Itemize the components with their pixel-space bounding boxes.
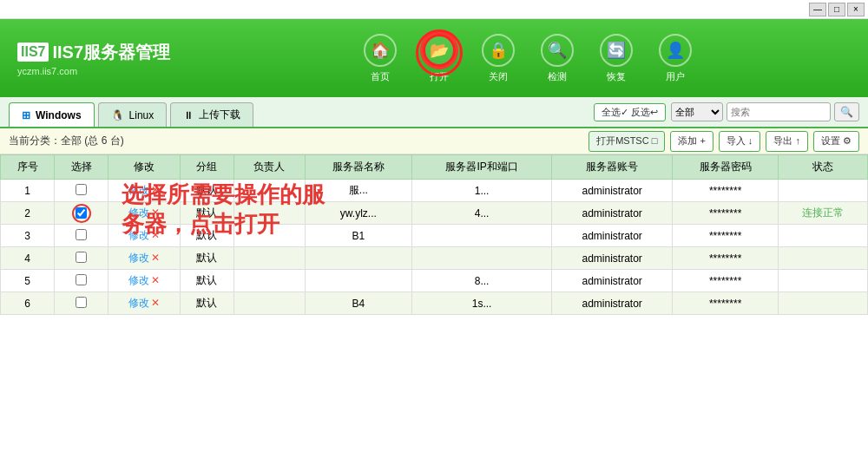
col-name: 服务器名称 bbox=[306, 155, 412, 180]
cell-group: 默认 bbox=[180, 292, 233, 315]
cell-checkbox[interactable] bbox=[55, 180, 108, 202]
modify-link[interactable]: 修改 bbox=[128, 206, 149, 219]
add-btn[interactable]: 添加 + bbox=[670, 131, 713, 152]
row-checkbox[interactable] bbox=[76, 297, 87, 308]
iis-logo-text: IIS7 bbox=[17, 43, 49, 62]
cell-modify[interactable]: 修改✕ bbox=[108, 202, 180, 225]
close-btn[interactable]: × bbox=[847, 3, 865, 16]
open-mstsc-btn[interactable]: 打开MSTSC □ bbox=[589, 131, 665, 152]
cell-modify[interactable]: 修改✕ bbox=[108, 247, 180, 270]
table-header-row: 序号 选择 修改 分组 负责人 服务器名称 服务器IP和端口 服务器账号 服务器… bbox=[1, 155, 868, 180]
modify-link[interactable]: 修改 bbox=[128, 252, 149, 264]
cell-server-name: 服... bbox=[306, 180, 412, 202]
row-checkbox[interactable] bbox=[76, 207, 87, 219]
cell-ip: 8... bbox=[411, 270, 552, 292]
table-row: 5修改✕默认8...administrator******** bbox=[1, 270, 868, 292]
cell-server-name: B4 bbox=[306, 292, 412, 315]
maximize-btn[interactable]: □ bbox=[828, 3, 845, 16]
cell-modify[interactable]: 修改✕ bbox=[108, 225, 180, 247]
cell-modify[interactable]: 修改✕ bbox=[108, 292, 180, 315]
cell-modify[interactable]: 修改✕ bbox=[108, 180, 180, 202]
servers-table: 序号 选择 修改 分组 负责人 服务器名称 服务器IP和端口 服务器账号 服务器… bbox=[0, 154, 868, 315]
modify-link[interactable]: 修改 bbox=[128, 184, 149, 196]
toolbar: 当前分类：全部 (总 6 台) 打开MSTSC □ 添加 + 导入 ↓ 导出 ↑… bbox=[0, 128, 868, 154]
header: IIS7 IIS7服务器管理 yczm.iis7.com 🏠 首页 📂 打开 🔒… bbox=[0, 19, 868, 97]
cell-account: administrator bbox=[552, 180, 672, 202]
col-select: 选择 bbox=[55, 155, 108, 180]
settings-btn[interactable]: 设置 ⚙ bbox=[813, 131, 859, 152]
nav-detect[interactable]: 🔍 检测 bbox=[541, 34, 574, 83]
select-all-btn[interactable]: 全选✓ 反选↩ bbox=[594, 103, 666, 121]
cell-group: 默认 bbox=[180, 247, 233, 270]
tab-windows[interactable]: ⊞ Windows bbox=[9, 102, 95, 127]
cell-account: administrator bbox=[552, 225, 672, 247]
modify-link[interactable]: 修改 bbox=[128, 297, 149, 309]
nav-home[interactable]: 🏠 首页 bbox=[364, 34, 397, 83]
tab-windows-label: Windows bbox=[36, 109, 82, 121]
col-modify: 修改 bbox=[108, 155, 180, 180]
search-button[interactable]: 🔍 bbox=[834, 102, 859, 121]
nav-close[interactable]: 🔒 关闭 bbox=[482, 34, 515, 83]
row-checkbox[interactable] bbox=[76, 274, 87, 285]
tab-linux[interactable]: 🐧 Linux bbox=[98, 102, 168, 127]
nav-close-label: 关闭 bbox=[489, 70, 508, 83]
col-status: 状态 bbox=[779, 155, 868, 180]
windows-icon: ⊞ bbox=[22, 109, 30, 121]
open-icon: 📂 bbox=[423, 34, 456, 67]
col-group: 分组 bbox=[180, 155, 233, 180]
minimize-btn[interactable]: — bbox=[809, 3, 826, 16]
logo-subtitle: yczm.iis7.com bbox=[17, 66, 170, 76]
row-checkbox[interactable] bbox=[76, 252, 87, 263]
modify-link[interactable]: 修改 bbox=[128, 229, 149, 241]
delete-link[interactable]: ✕ bbox=[151, 297, 160, 309]
title-bar: — □ × bbox=[0, 0, 868, 19]
cell-status bbox=[779, 247, 868, 270]
cell-modify[interactable]: 修改✕ bbox=[108, 270, 180, 292]
cell-password: ******** bbox=[672, 247, 779, 270]
cell-group: 默认 bbox=[180, 225, 233, 247]
delete-link[interactable]: ✕ bbox=[151, 252, 160, 264]
nav-user[interactable]: 👤 用户 bbox=[659, 34, 692, 83]
delete-link[interactable]: ✕ bbox=[151, 184, 160, 196]
cell-password: ******** bbox=[672, 202, 779, 225]
table-container: 序号 选择 修改 分组 负责人 服务器名称 服务器IP和端口 服务器账号 服务器… bbox=[0, 154, 868, 452]
col-account: 服务器账号 bbox=[552, 155, 672, 180]
cell-status bbox=[779, 180, 868, 202]
cell-server-name: yw.ylz... bbox=[306, 202, 412, 225]
col-id: 序号 bbox=[1, 155, 55, 180]
search-input[interactable] bbox=[727, 102, 831, 121]
export-btn[interactable]: 导出 ↑ bbox=[766, 131, 808, 152]
nav-restore-label: 恢复 bbox=[607, 70, 626, 83]
cell-status bbox=[779, 292, 868, 315]
delete-link[interactable]: ✕ bbox=[151, 206, 160, 219]
search-category-select[interactable]: 全部 bbox=[671, 102, 723, 121]
table-row: 6修改✕默认B41s...administrator******** bbox=[1, 292, 868, 315]
cell-server-name bbox=[306, 247, 412, 270]
nav-open[interactable]: 📂 打开 bbox=[423, 34, 456, 83]
tab-upload-label: 上传下载 bbox=[199, 108, 240, 122]
cell-ip bbox=[411, 225, 552, 247]
cell-ip: 4... bbox=[411, 202, 552, 225]
tab-upload[interactable]: ⏸ 上传下载 bbox=[170, 102, 253, 127]
import-btn[interactable]: 导入 ↓ bbox=[719, 131, 761, 152]
row-checkbox[interactable] bbox=[76, 229, 87, 240]
cell-checkbox[interactable] bbox=[55, 247, 108, 270]
cell-ip: 1... bbox=[411, 180, 552, 202]
table-row: 2修改✕默认yw.ylz...4...administrator********… bbox=[1, 202, 868, 225]
cell-checkbox[interactable] bbox=[55, 270, 108, 292]
cell-checkbox[interactable] bbox=[55, 225, 108, 247]
window-controls[interactable]: — □ × bbox=[809, 3, 865, 16]
cell-id: 4 bbox=[1, 247, 55, 270]
modify-link[interactable]: 修改 bbox=[128, 274, 149, 286]
nav-home-label: 首页 bbox=[371, 70, 390, 83]
delete-link[interactable]: ✕ bbox=[151, 229, 160, 241]
delete-link[interactable]: ✕ bbox=[151, 274, 160, 286]
cell-account: administrator bbox=[552, 270, 672, 292]
cell-checkbox[interactable] bbox=[55, 292, 108, 315]
row-checkbox[interactable] bbox=[76, 184, 87, 195]
cell-id: 3 bbox=[1, 225, 55, 247]
cell-checkbox[interactable] bbox=[55, 202, 108, 225]
nav-restore[interactable]: 🔄 恢复 bbox=[600, 34, 633, 83]
home-icon: 🏠 bbox=[364, 34, 397, 67]
cell-owner bbox=[233, 225, 305, 247]
